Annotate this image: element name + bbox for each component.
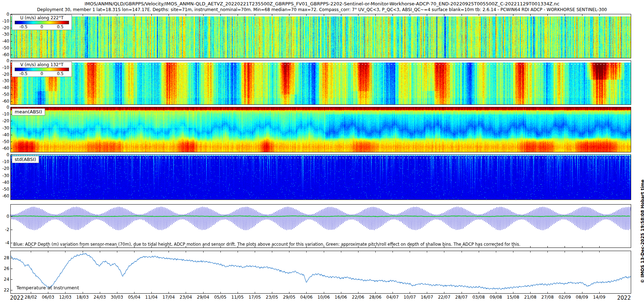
v-velocity-ytick: -60 xyxy=(0,99,9,104)
v-velocity-ytick: 0 xyxy=(0,58,9,63)
std-absi-panel xyxy=(10,155,631,200)
v-colorbar-tick-zero: 0 xyxy=(40,71,43,76)
mean-absi-ytick: -40 xyxy=(0,132,9,137)
v-colorbar-ticks: -0.5 0 0.5 xyxy=(12,71,72,77)
u-colorbar-tick-zero: 0 xyxy=(40,24,43,29)
v-velocity-ytick: -10 xyxy=(0,65,9,70)
u-colorbar-ticks: -0.5 0 0.5 xyxy=(12,24,72,30)
v-velocity-heatmap-canvas xyxy=(11,61,631,104)
v-velocity-ytick: -50 xyxy=(0,92,9,97)
temperature-ytick: 26 xyxy=(0,266,9,271)
std-absi-ytick: -50 xyxy=(0,187,9,192)
std-absi-ytick: -10 xyxy=(0,159,9,164)
std-absi-ytick: -60 xyxy=(0,193,9,198)
depth-variation-annotation: Blue: ADCP Depth (m) variation from sens… xyxy=(13,242,520,247)
v-velocity-ytick: -40 xyxy=(0,85,9,90)
std-absi-label: std(ABSI) xyxy=(12,156,39,163)
temperature-ytick: 22 xyxy=(0,288,9,293)
mean-absi-heatmap-canvas xyxy=(11,107,631,152)
mean-absi-ytick: -50 xyxy=(0,139,9,144)
v-velocity-ytick: -30 xyxy=(0,78,9,83)
adcp-figure: IMOS/ANMN/QLD/GBRPPS/Velocity/IMOS_ANMN-… xyxy=(0,0,644,304)
depth-variation-ytick: 0 xyxy=(0,214,9,219)
u-velocity-ytick: -40 xyxy=(0,39,9,44)
v-colorbar-legend: V (m/s) along 132°T -0.5 0 0.5 xyxy=(12,62,72,77)
figure-title-filename: IMOS/ANMN/QLD/GBRPPS/Velocity/IMOS_ANMN-… xyxy=(0,1,644,6)
std-absi-heatmap-canvas xyxy=(11,155,631,200)
u-velocity-ytick: -50 xyxy=(0,45,9,50)
depth-variation-ytick: -2 xyxy=(0,227,9,232)
u-velocity-ytick: -10 xyxy=(0,19,9,24)
std-absi-ytick: 0 xyxy=(0,152,9,157)
mean-absi-ytick: 0 xyxy=(0,105,9,110)
adcp-depth-variation-canvas xyxy=(11,205,631,247)
u-colorbar-gradient xyxy=(15,21,69,24)
figure-subtitle-deployment-info: Deployment 30, member 1 lat=18.31S lon=1… xyxy=(0,7,644,12)
adcp-depth-variation-panel xyxy=(10,204,631,248)
u-velocity-ytick: -20 xyxy=(0,25,9,30)
depth-variation-ytick: -4 xyxy=(0,240,9,245)
u-colorbar-tick-neg: -0.5 xyxy=(19,24,27,29)
temperature-ytick: 28 xyxy=(0,255,9,260)
mean-absi-panel xyxy=(10,107,631,152)
v-velocity-panel xyxy=(10,60,631,105)
temperature-panel xyxy=(10,251,631,294)
u-velocity-heatmap-canvas xyxy=(11,14,631,58)
v-colorbar-gradient xyxy=(15,68,69,71)
mean-absi-ytick: -10 xyxy=(0,112,9,117)
temperature-canvas xyxy=(11,251,631,293)
x-tick-label: 14/09 xyxy=(589,295,609,300)
temperature-ytick: 24 xyxy=(0,277,9,282)
v-colorbar-title: V (m/s) along 132°T xyxy=(12,62,72,67)
std-absi-ytick: -20 xyxy=(0,166,9,171)
u-velocity-panel xyxy=(10,14,631,58)
mean-absi-ytick: -60 xyxy=(0,146,9,151)
imos-copyright-watermark: © IMOS 13-Dec-2025 19:58:08 Hobart time xyxy=(640,180,644,283)
v-colorbar-tick-pos: 0.5 xyxy=(57,71,63,76)
std-absi-ytick: -40 xyxy=(0,180,9,185)
mean-absi-ytick: -20 xyxy=(0,118,9,123)
u-velocity-ytick: -60 xyxy=(0,52,9,57)
u-velocity-ytick: 0 xyxy=(0,12,9,17)
mean-absi-ytick: -30 xyxy=(0,126,9,131)
mean-absi-label: mean(ABSI) xyxy=(12,108,45,116)
temperature-series-label: Temperature at Instrument xyxy=(16,285,79,290)
x-axis-year-right: 2022 xyxy=(617,295,631,301)
u-colorbar-tick-pos: 0.5 xyxy=(57,24,63,29)
v-colorbar-tick-neg: -0.5 xyxy=(19,71,27,76)
u-velocity-ytick: -30 xyxy=(0,32,9,37)
std-absi-ytick: -30 xyxy=(0,173,9,178)
u-colorbar-legend: U (m/s) along 222°T -0.5 0 0.5 xyxy=(12,15,72,30)
u-colorbar-title: U (m/s) along 222°T xyxy=(12,15,72,20)
v-velocity-ytick: -20 xyxy=(0,72,9,77)
